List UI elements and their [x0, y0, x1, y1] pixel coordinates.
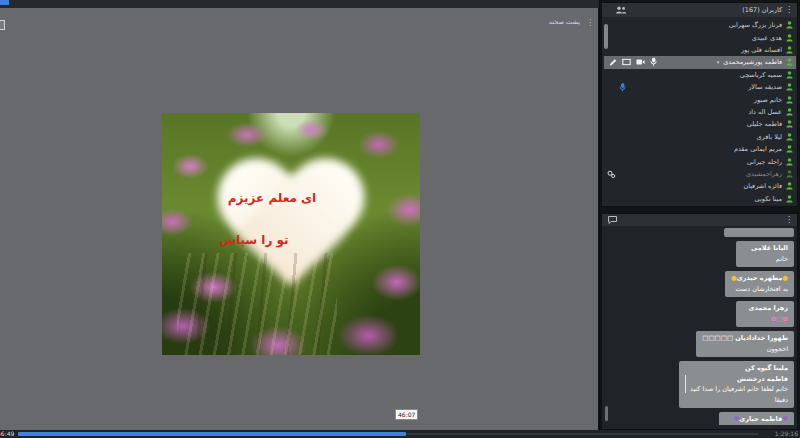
- backstage-controls: پشت صحنه ⋮: [549, 18, 594, 27]
- presence-icon: [786, 58, 793, 66]
- chat-sender-name: زهرا محمدی: [742, 304, 788, 312]
- quoted-sender-name: فاطمه درخشش: [690, 375, 788, 383]
- user-hover-toolbar: [609, 58, 657, 67]
- chat-sender-name: ●مطهره حیدری●: [731, 274, 788, 282]
- presence-icon: [786, 170, 793, 178]
- user-row[interactable]: فائزه اشرفیان: [604, 180, 796, 192]
- chat-message-text: ✿□✿: [742, 315, 788, 323]
- chat-sender-name: ♥فاطمه جباری♥: [725, 415, 788, 423]
- user-name: هدی عبیدی: [752, 34, 782, 42]
- quoted-message: فاطمه درخششخانم لطفا خانم اشرفیان را صدا…: [685, 375, 788, 393]
- chat-panel: ⋮ الیانا غلامیخانم●مطهره حیدری●به افتخار…: [601, 213, 798, 430]
- user-name: مینا نکویی: [755, 195, 782, 203]
- shared-slide-image: ای معلم عزیزم تو را سپاس: [162, 113, 420, 355]
- attendees-panel: کاربران (167) ⋮ فرناز بزرگ سهرابیهدی عبی…: [601, 2, 798, 207]
- attendees-panel-header: کاربران (167) ⋮: [602, 3, 797, 17]
- attendees-menu-icon[interactable]: ⋮: [785, 6, 793, 14]
- caret-down-icon: ▾: [717, 59, 720, 65]
- app-accent-chip: [0, 0, 9, 5]
- user-row[interactable]: راحله جیرانی: [604, 155, 796, 167]
- user-name: راحله جیرانی: [747, 158, 782, 166]
- chat-bubble: ●مطهره حیدری●به افتخارشان دست: [725, 271, 794, 297]
- chat-bubble: طهورا خدادادیان □□□□□اخجوون: [696, 331, 794, 357]
- chat-message-text: دقیقا: [685, 396, 788, 404]
- user-row[interactable]: فاطمه پورشیرمحمدی▾: [604, 56, 796, 68]
- sidebar: کاربران (167) ⋮ فرناز بزرگ سهرابیهدی عبی…: [599, 0, 800, 438]
- camera-icon[interactable]: [636, 59, 645, 66]
- light-rays: [177, 253, 337, 355]
- chat-sender-name: طهورا خدادادیان □□□□□: [702, 334, 788, 342]
- user-row[interactable]: سمیه کرباسچی: [604, 69, 796, 81]
- user-row[interactable]: فرناز بزرگ سهرابی: [604, 19, 796, 31]
- presence-icon: [786, 21, 793, 29]
- seek-tooltip: 46:07: [395, 409, 418, 420]
- chat-bubble: الیانا غلامیخانم: [736, 241, 794, 267]
- user-name: فاطمه جلیلی: [747, 120, 782, 128]
- user-row[interactable]: مریم ایمانی مقدم: [604, 143, 796, 155]
- presence-icon: [786, 83, 793, 91]
- user-name: زهراجمشیدی: [746, 170, 782, 178]
- user-name: خانم صبور: [754, 96, 782, 104]
- backstage-button[interactable]: پشت صحنه: [549, 18, 580, 27]
- attendees-list: فرناز بزرگ سهرابیهدی عبیدیافسانه قلی پور…: [604, 19, 796, 205]
- presence-icon: [786, 182, 793, 190]
- chat-icon: [608, 216, 617, 224]
- chat-bubble: زهرا محمدی✿□✿: [736, 301, 794, 327]
- user-row[interactable]: فاطمه جلیلی: [604, 118, 796, 130]
- chat-bubble: ♥فاطمه جباری♥هوراااا خانم سالار جونم: [719, 412, 794, 425]
- user-name: لیلا باقری: [757, 133, 782, 141]
- presence-icon: [786, 158, 793, 166]
- screen-share-icon[interactable]: [622, 59, 631, 66]
- chat-menu-icon[interactable]: ⋮: [785, 216, 793, 224]
- slide-text-line2: تو را سپاس: [206, 233, 302, 247]
- attendees-icon: [615, 6, 627, 14]
- chat-panel-header: ⋮: [602, 214, 797, 226]
- user-row[interactable]: لیلا باقری: [604, 131, 796, 143]
- status-circles-icon: [607, 170, 616, 179]
- presence-icon: [786, 96, 793, 104]
- user-name: افسانه قلی پور: [741, 46, 782, 54]
- stage-menu-icon[interactable]: ⋮: [586, 19, 594, 27]
- quoted-text: خانم لطفا خانم اشرفیان را صدا کنید: [690, 385, 788, 393]
- mic-icon[interactable]: [650, 58, 657, 67]
- user-name: سمیه کرباسچی: [740, 71, 782, 79]
- emoji: ♥: [733, 415, 739, 423]
- user-name: مریم ایمانی مقدم: [734, 145, 782, 153]
- chat-message-text: اخجوون: [702, 345, 788, 353]
- user-row[interactable]: مینا نکویی: [604, 193, 796, 205]
- chat-bubble: ملینا گیوه کنفاطمه درخششخانم لطفا خانم ا…: [679, 361, 794, 408]
- pencil-icon[interactable]: [609, 58, 617, 66]
- presence-icon: [786, 34, 793, 42]
- user-name: عسل اله داد: [748, 108, 782, 116]
- chat-message-text: به افتخارشان دست: [731, 285, 788, 293]
- presence-icon: [786, 71, 793, 79]
- user-row[interactable]: عسل اله داد: [604, 106, 796, 118]
- chat-message-text: خانم: [742, 255, 788, 263]
- user-row[interactable]: افسانه قلی پور: [604, 44, 796, 56]
- chat-bubble-truncated: [724, 228, 794, 237]
- user-row[interactable]: خانم صبور: [604, 93, 796, 105]
- user-row[interactable]: هدی عبیدی: [604, 31, 796, 43]
- user-name: فاطمه پورشیرمحمدی: [723, 58, 782, 66]
- emoji: ●: [731, 274, 737, 282]
- presence-icon: [786, 108, 793, 116]
- user-row[interactable]: صدیقه سالار: [604, 81, 796, 93]
- current-time-label: 46:49: [0, 430, 14, 438]
- chat-sender-name: ملینا گیوه کن: [685, 364, 788, 372]
- chat-sender-name: الیانا غلامی: [742, 244, 788, 252]
- presence-icon: [786, 133, 793, 141]
- user-name: صدیقه سالار: [748, 83, 782, 91]
- seek-progress-fill[interactable]: [18, 432, 406, 436]
- user-row[interactable]: زهراجمشیدی: [604, 168, 796, 180]
- recording-player-bar: 46:49 1:29:16: [0, 430, 800, 438]
- stage-corner-icon[interactable]: [0, 20, 5, 30]
- total-time-label: 1:29:16: [775, 430, 798, 438]
- presence-icon: [786, 145, 793, 153]
- emoji: ●: [782, 274, 788, 282]
- emoji: ♥: [782, 415, 788, 423]
- user-name: فرناز بزرگ سهرابی: [729, 21, 782, 29]
- application-window: { "colors": { "accent_blue": "#3f82dd", …: [0, 0, 800, 438]
- chat-scrollbar[interactable]: [605, 406, 608, 421]
- stage-area: پشت صحنه ⋮ ای معلم عزیزم تو را سپاس 46:0…: [0, 8, 598, 430]
- presence-icon: [786, 120, 793, 128]
